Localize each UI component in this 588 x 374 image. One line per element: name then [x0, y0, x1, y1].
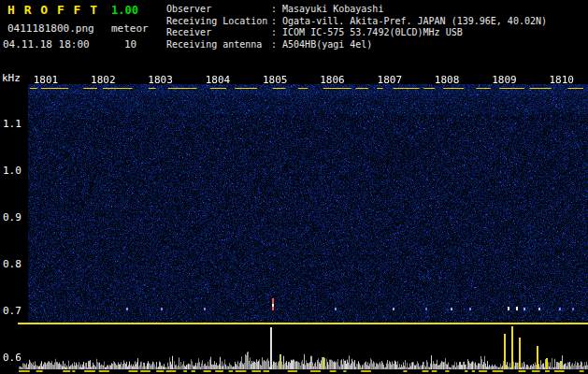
info-value: : ICOM IC-575 53.7492(0LCD)MHz USB	[271, 27, 463, 39]
frequency-tick-label: 0.6	[3, 352, 22, 364]
info-row: Receiving antenna: A504HB(yagi 4el)	[166, 39, 547, 51]
info-label: Receiver	[166, 27, 271, 39]
info-row: Observer: Masayuki Kobayashi	[166, 4, 547, 16]
app-version: 1.00	[111, 5, 138, 17]
frequency-unit-label: kHz	[2, 73, 21, 84]
hrofft-output-window: H R O F F T 1.00 0411181800.png meteor 0…	[0, 0, 588, 374]
time-tick-label: 1805	[263, 74, 288, 86]
time-tick-label: 1808	[435, 74, 460, 86]
info-value: : Ogata-vill. Akita-Pref. JAPAN (139.96E…	[271, 16, 547, 28]
separator-line	[18, 323, 588, 324]
time-tick-label: 1804	[206, 74, 231, 86]
info-label: Receiving antenna	[166, 39, 271, 51]
spectrogram-canvas	[28, 84, 588, 324]
app-title: H R O F F T	[7, 4, 98, 17]
time-tick-label: 1810	[549, 74, 574, 86]
frequency-tick-label: 1.0	[3, 165, 22, 177]
info-row: Receiving Location: Ogata-vill. Akita-Pr…	[166, 16, 547, 28]
mode-label: meteor	[111, 23, 149, 35]
signal-level-canvas	[19, 325, 588, 372]
output-filename: 0411181800.png	[7, 23, 94, 35]
info-value: : A504HB(yagi 4el)	[271, 39, 372, 51]
observation-datetime: 04.11.18 18:00	[3, 39, 90, 50]
time-tick-label: 1801	[34, 74, 59, 86]
time-tick-label: 1807	[378, 74, 403, 86]
frequency-tick-label: 0.8	[3, 258, 22, 270]
info-label: Receiving Location	[166, 16, 271, 28]
time-tick-label: 1803	[148, 74, 173, 86]
info-row: Receiver: ICOM IC-575 53.7492(0LCD)MHz U…	[166, 27, 547, 39]
frequency-tick-label: 0.9	[3, 211, 22, 223]
time-tick-label: 1809	[492, 74, 517, 86]
meteor-count: 10	[124, 39, 136, 50]
frequency-tick-label: 1.1	[3, 118, 22, 130]
frequency-tick-label: 0.7	[3, 305, 22, 317]
info-value: : Masayuki Kobayashi	[271, 4, 383, 16]
time-tick-label: 1806	[320, 74, 345, 86]
time-tick-label: 1802	[91, 74, 116, 86]
station-info-table: Observer: Masayuki KobayashiReceiving Lo…	[166, 4, 547, 50]
info-label: Observer	[166, 4, 271, 16]
